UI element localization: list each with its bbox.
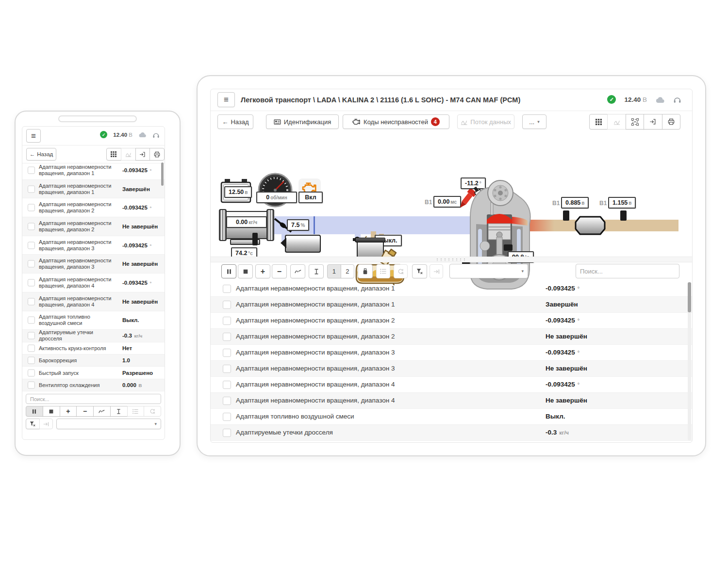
row-checkbox[interactable]: [28, 298, 35, 305]
identification-button[interactable]: Идентификация: [266, 114, 339, 129]
list-options-button[interactable]: [127, 406, 145, 417]
add-button[interactable]: +: [255, 264, 270, 278]
list-item[interactable]: Адаптируемые утечки дросселя-0.3 кг/ч: [22, 330, 165, 342]
fault-codes-button[interactable]: Коды неисправностей 4: [343, 114, 449, 129]
apply-button[interactable]: [39, 419, 53, 429]
list-scrollbar-thumb[interactable]: [161, 162, 164, 186]
row-checkbox[interactable]: [28, 332, 35, 339]
search-input[interactable]: [26, 394, 161, 404]
cloud-icon[interactable]: [655, 96, 665, 103]
table-row[interactable]: Адаптация топливно воздушной смесиВыкл.: [211, 409, 692, 425]
table-row[interactable]: Адаптация неравномерности вращения, диап…: [211, 297, 692, 313]
list-item[interactable]: Адаптация неравномерности вращения, диап…: [22, 180, 165, 199]
row-checkbox[interactable]: [28, 260, 35, 268]
back-button[interactable]: ←Назад: [217, 114, 253, 129]
diagram-view-button[interactable]: [626, 114, 644, 129]
row-checkbox[interactable]: [28, 317, 35, 324]
list-item[interactable]: Вентилятор охлаждения0.000 В: [22, 379, 165, 391]
reset-button[interactable]: [144, 406, 161, 417]
row-checkbox[interactable]: [28, 344, 35, 352]
table-row[interactable]: Адаптация неравномерности вращения, диап…: [211, 361, 692, 377]
row-checkbox[interactable]: [28, 279, 35, 286]
search-input[interactable]: [576, 264, 679, 278]
row-checkbox[interactable]: [28, 223, 35, 230]
data-stream-button[interactable]: Поток данных: [457, 114, 514, 129]
row-checkbox[interactable]: [223, 301, 231, 309]
page-2-button[interactable]: 2: [341, 264, 355, 278]
table-scrollbar-thumb[interactable]: [688, 282, 691, 312]
row-checkbox[interactable]: [28, 242, 35, 249]
list-item[interactable]: Активность круиз-контроляНет: [22, 342, 165, 355]
row-checkbox[interactable]: [223, 317, 231, 325]
export-button[interactable]: [644, 114, 662, 129]
row-checkbox[interactable]: [223, 397, 231, 405]
remove-button[interactable]: −: [76, 406, 94, 417]
back-button[interactable]: ←Назад: [26, 148, 56, 161]
headphones-icon[interactable]: [152, 131, 160, 138]
table-row[interactable]: Адаптируемые утечки дросселя-0.3 кг/ч: [211, 425, 692, 441]
list-options-button[interactable]: [376, 264, 390, 278]
clear-filter-button[interactable]: [412, 264, 427, 278]
row-checkbox[interactable]: [28, 357, 35, 364]
preset-dropdown[interactable]: ▾: [449, 264, 528, 278]
cloud-icon[interactable]: [138, 131, 147, 138]
list-item[interactable]: Адаптация неравномерности вращения, диап…: [22, 198, 165, 217]
table-row[interactable]: Адаптация неравномерности вращения, диап…: [211, 345, 692, 361]
grid-view-button[interactable]: [589, 114, 608, 129]
menu-button[interactable]: ≡: [26, 129, 41, 143]
clear-filter-button[interactable]: [26, 419, 40, 429]
row-checkbox[interactable]: [28, 381, 35, 388]
row-checkbox[interactable]: [223, 285, 231, 293]
row-checkbox[interactable]: [28, 204, 35, 211]
table-row[interactable]: Адаптация неравномерности вращения, диап…: [211, 329, 692, 345]
row-checkbox[interactable]: [223, 365, 231, 373]
list-item[interactable]: Адаптация неравномерности вращения, диап…: [22, 161, 165, 180]
stop-button[interactable]: [238, 264, 253, 278]
row-checkbox[interactable]: [223, 333, 231, 341]
row-label: Адаптация неравномерности вращения, диап…: [236, 349, 395, 356]
apply-button[interactable]: [430, 264, 443, 278]
table-row[interactable]: Адаптация неравномерности вращения, диап…: [211, 313, 692, 329]
table-row[interactable]: Адаптация неравномерности вращения, диап…: [211, 377, 692, 393]
save-button[interactable]: [358, 264, 373, 278]
row-value-unit: °: [576, 318, 579, 323]
chart-view-button[interactable]: [607, 114, 626, 129]
list-item[interactable]: Адаптация топливно воздушной смесиВыкл.: [22, 311, 165, 330]
reset-button[interactable]: [394, 264, 408, 278]
menu-button[interactable]: ≡: [217, 92, 235, 107]
smoothing-button[interactable]: [290, 264, 305, 278]
list-item[interactable]: Адаптация неравномерности вращения, диап…: [22, 217, 165, 236]
scale-button[interactable]: [309, 264, 324, 278]
list-item[interactable]: Быстрый запускРазрешено: [22, 367, 165, 379]
list-item[interactable]: Адаптация неравномерности вращения, диап…: [22, 255, 165, 274]
export-button[interactable]: [135, 148, 150, 161]
pause-button[interactable]: [26, 406, 43, 417]
row-checkbox[interactable]: [223, 413, 231, 421]
row-checkbox[interactable]: [223, 429, 231, 437]
row-checkbox[interactable]: [28, 166, 35, 174]
chart-view-button[interactable]: [121, 148, 136, 161]
remove-button[interactable]: −: [272, 264, 287, 278]
grid-view-button[interactable]: [106, 148, 121, 161]
scale-button[interactable]: [110, 406, 128, 417]
print-button[interactable]: [662, 114, 680, 129]
page-1-button[interactable]: 1: [327, 264, 341, 278]
print-button[interactable]: [149, 148, 165, 161]
row-checkbox[interactable]: [223, 349, 231, 357]
row-checkbox[interactable]: [28, 185, 35, 193]
list-item[interactable]: Адаптация неравномерности вращения, диап…: [22, 292, 165, 311]
list-item[interactable]: Адаптация неравномерности вращения, диап…: [22, 236, 165, 255]
more-button[interactable]: ...▾: [522, 114, 546, 129]
add-button[interactable]: +: [60, 406, 77, 417]
row-checkbox[interactable]: [28, 369, 35, 376]
headphones-icon[interactable]: [673, 96, 681, 103]
smoothing-button[interactable]: [93, 406, 111, 417]
list-item[interactable]: Барокоррекция1.0: [22, 355, 165, 367]
list-item[interactable]: Адаптация неравномерности вращения, диап…: [22, 274, 165, 292]
table-row[interactable]: Адаптация неравномерности вращения, диап…: [211, 281, 692, 297]
stop-button[interactable]: [43, 406, 60, 417]
pause-button[interactable]: [221, 264, 236, 278]
table-row[interactable]: Адаптация неравномерности вращения, диап…: [211, 393, 692, 409]
row-checkbox[interactable]: [223, 381, 231, 389]
preset-dropdown[interactable]: ▾: [56, 419, 161, 429]
